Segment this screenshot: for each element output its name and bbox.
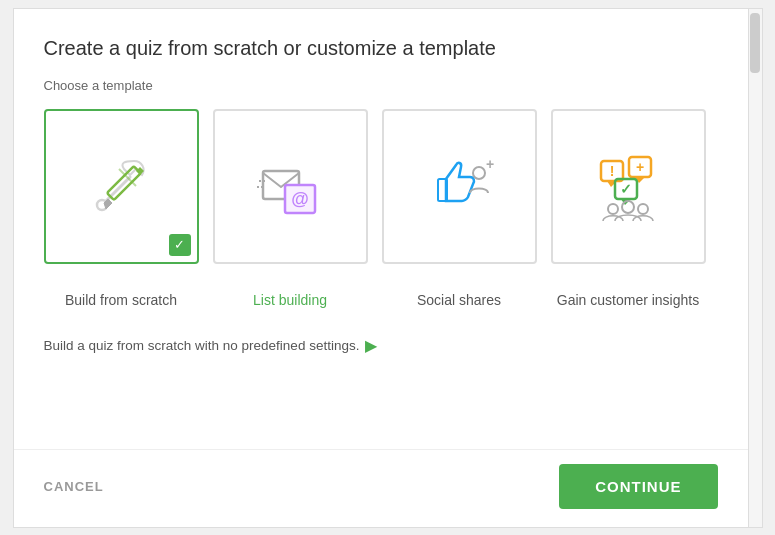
svg-text:@: @ <box>291 189 309 209</box>
svg-point-9 <box>473 167 485 179</box>
template-card-scratch[interactable]: ✓ <box>44 109 199 264</box>
dialog: Create a quiz from scratch or customize … <box>13 8 763 528</box>
description-row: Build a quiz from scratch with no predef… <box>44 336 718 355</box>
dialog-footer: CANCEL CONTINUE <box>14 449 748 527</box>
continue-button[interactable]: CONTINUE <box>559 464 717 509</box>
svg-point-17 <box>608 204 618 214</box>
cancel-button[interactable]: CANCEL <box>44 479 104 494</box>
label-gain: Gain customer insights <box>551 292 706 308</box>
template-card-gain[interactable]: ! + ✓ <box>551 109 706 264</box>
gain-icon: ! + ✓ <box>588 146 668 226</box>
choose-template-label: Choose a template <box>44 78 718 93</box>
template-card-list[interactable]: @ <box>213 109 368 264</box>
scrollbar-thumb[interactable] <box>750 13 760 73</box>
template-labels: Build from scratch List building Social … <box>44 292 718 308</box>
svg-text:+: + <box>486 156 494 172</box>
list-icon: @ <box>250 146 330 226</box>
dialog-title: Create a quiz from scratch or customize … <box>44 37 718 60</box>
scrollbar[interactable] <box>748 9 762 527</box>
template-card-social[interactable]: + <box>382 109 537 264</box>
svg-text:✓: ✓ <box>620 181 632 197</box>
scratch-icon <box>81 146 161 226</box>
svg-point-19 <box>638 204 648 214</box>
dialog-content: Create a quiz from scratch or customize … <box>14 9 748 449</box>
social-icon: + <box>419 146 499 226</box>
svg-point-18 <box>622 201 634 213</box>
description-text: Build a quiz from scratch with no predef… <box>44 338 360 353</box>
play-icon: ▶ <box>365 336 377 355</box>
label-scratch: Build from scratch <box>44 292 199 308</box>
label-list: List building <box>213 292 368 308</box>
selected-check: ✓ <box>169 234 191 256</box>
svg-text:+: + <box>636 159 644 175</box>
label-social: Social shares <box>382 292 537 308</box>
svg-text:!: ! <box>610 163 615 179</box>
templates-row: ✓ @ <box>44 109 718 264</box>
